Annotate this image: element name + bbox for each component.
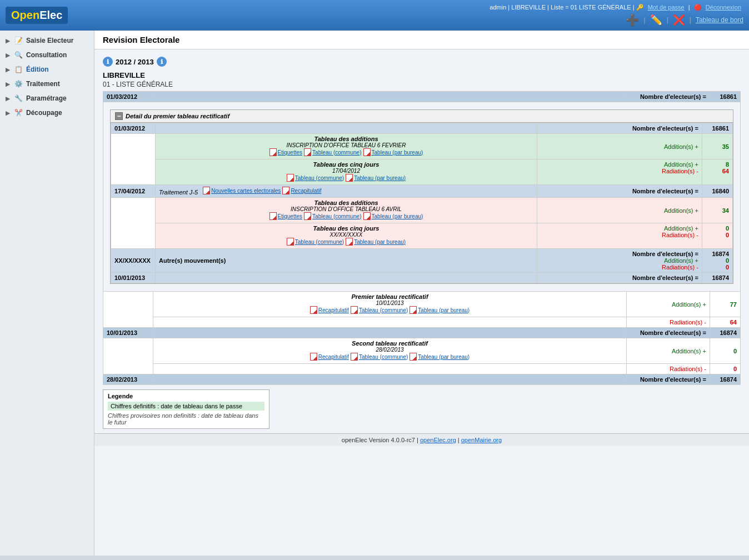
sidebar-item-decoupage[interactable]: ▶ ✂️ Découpage [0, 106, 94, 120]
cinq-jours-2-links: Tableau (commune) Tableau (par bureau) [159, 238, 533, 247]
footer-link-openmairie[interactable]: openMairie.org [461, 437, 502, 443]
tableau-commune-link-cinq1[interactable]: Tableau (commune) [287, 174, 344, 182]
legend-title: Legende [108, 393, 264, 399]
decoupage-icon: ✂️ [14, 109, 23, 117]
nouvelles-cartes-link[interactable]: Nouvelles cartes electorales [203, 187, 281, 194]
sidebar-item-traitement[interactable]: ▶ ⚙️ Traitement [0, 77, 94, 91]
consultation-icon: 🔍 [14, 51, 23, 59]
sidebar-item-consultation[interactable]: ▶ 🔍 Consultation [0, 48, 94, 62]
recapitulatif-link-premier[interactable]: Recapitulatif [310, 306, 349, 314]
tableau-commune-link-second[interactable]: Tableau (commune) [351, 353, 408, 361]
tableau-additions-1-title: Tableau des additions [159, 136, 533, 142]
arrow-icon: ▶ [6, 52, 10, 58]
header-ville: LIBREVILLE [511, 4, 546, 11]
cinq-jours-1-links: Tableau (commune) Tableau (par bureau) [159, 174, 533, 183]
sidebar-label-decoupage: Découpage [26, 109, 62, 117]
second-tableau-radiation-row: Radiation(s) - 0 [103, 364, 741, 374]
doc-icon [287, 174, 294, 182]
inner-nb-value-10012013: 16874 [702, 273, 733, 283]
tableau-bureau-link-cinq2[interactable]: Tableau (par bureau) [346, 238, 406, 246]
doc-icon [310, 353, 317, 361]
etiquettes-link-2[interactable]: Etiquettes [269, 212, 302, 220]
tableau-commune-link-cinq2[interactable]: Tableau (commune) [287, 238, 344, 246]
xxxx-nb-value: 16874 [706, 251, 729, 257]
tableau-additions-2-links: Etiquettes Tableau (commune) [159, 212, 533, 221]
inner-nb-value: 16861 [702, 123, 733, 134]
header-right: admin | LIBREVILLE | Liste = 01 LISTE GÉ… [490, 4, 743, 27]
traitement-date: 17/04/2012 [111, 185, 156, 198]
header-divider1: | [644, 16, 646, 24]
tableau-commune-link-premier[interactable]: Tableau (commune) [351, 306, 408, 314]
detail-box-title-text: Detail du premier tableau rectificatif [126, 113, 229, 119]
cinq-jours-2-rad-label: Radiation(s) - [541, 232, 698, 238]
content-area: ℹ 2012 / 2013 ℹ LIBREVILLE 01 - LISTE GÉ… [94, 49, 749, 433]
tableau-bureau-link-2[interactable]: Tableau (par bureau) [363, 212, 423, 220]
doc-icon [269, 212, 277, 220]
main-content: Revision Electorale ℹ 2012 / 2013 ℹ LIBR… [94, 31, 749, 556]
edition-icon: 📋 [14, 66, 23, 73]
premier-tableau-links: Recapitulatif Tableau (commune) Tableau … [157, 306, 623, 315]
tableau-de-bord[interactable]: Tableau de bord [696, 16, 743, 24]
footer-link-openelec[interactable]: openElec.org [420, 437, 456, 443]
sidebar-item-edition[interactable]: ▶ 📋 Édition [0, 62, 94, 77]
footer-version: openElec Version 4.0.0-rc7 [342, 437, 415, 443]
doc-icon [410, 353, 417, 361]
tableau-bureau-link-1[interactable]: Tableau (par bureau) [363, 148, 423, 156]
sidebar-label-edition: Édition [26, 66, 49, 73]
recapitulatif-link-second[interactable]: Recapitulatif [310, 353, 349, 361]
delete-icon[interactable]: ❌ [673, 14, 685, 26]
additions-2-value: 34 [702, 198, 733, 223]
header-motdepasse[interactable]: Mot de passe [648, 4, 685, 11]
tableau-commune-link-2[interactable]: Tableau (commune) [304, 212, 361, 220]
tableau-bureau-link-second[interactable]: Tableau (par bureau) [410, 353, 470, 361]
tableau-bureau-link-cinq1[interactable]: Tableau (par bureau) [346, 174, 406, 182]
traitement-icon: ⚙️ [14, 80, 23, 88]
header-deconnexion[interactable]: Déconnexion [706, 4, 741, 11]
logo: OpenElec [6, 7, 68, 24]
sidebar-item-parametrage[interactable]: ▶ 🔧 Paramétrage [0, 91, 94, 106]
edit-icon[interactable]: ✏️ [650, 14, 662, 26]
second-rad-label: Radiation(s) - [627, 364, 710, 374]
inner-nb-label-10012013: Nombre d'electeur(s) = [537, 273, 702, 283]
premier-rad-value: 64 [710, 317, 741, 328]
year-display: 2012 / 2013 [116, 58, 154, 66]
premier-tableau-title: Premier tableau rectificatif [157, 293, 623, 300]
cinq-jours-1-rad-value: 64 [706, 168, 729, 174]
header-top: admin | LIBREVILLE | Liste = 01 LISTE GÉ… [490, 4, 743, 11]
doc-icon [304, 212, 311, 220]
legend-italic-text: Chiffres provisoires non definitifs : da… [108, 412, 264, 426]
xxxx-add-value: 0 [706, 257, 729, 264]
xxxx-add-label: Addition(s) + [541, 257, 698, 264]
doc-icon [304, 148, 311, 156]
doc-icon [282, 187, 289, 194]
additions-1-label: Addition(s) + [537, 134, 702, 159]
inner-row-10012013: 10/01/2013 Nombre d'electeur(s) = 16874 [111, 273, 733, 283]
cinq-jours-1-add-label: Addition(s) + [541, 161, 698, 168]
add-icon[interactable]: ➕ [626, 13, 640, 27]
sidebar-label-consultation: Consultation [26, 51, 67, 59]
arrow-icon: ▶ [6, 38, 10, 44]
doc-icon [346, 174, 353, 182]
cinq-jours-2-rad-value: 0 [706, 232, 729, 238]
header-deconnexion-icon: 🔴 [694, 4, 702, 11]
etiquettes-link-1[interactable]: Etiquettes [269, 148, 302, 156]
premier-tableau-row: Premier tableau rectificatif 10/01/2013 … [103, 292, 741, 317]
collapse-button[interactable]: − [115, 112, 123, 120]
recapitulatif-link-j5[interactable]: Recapitulatif [282, 187, 321, 194]
tableau-additions-2-row: Tableau des additions INSCRIPTION D'OFFI… [111, 198, 733, 223]
doc-icon [310, 306, 317, 314]
tableau-additions-1-title-row: Tableau des additions INSCRIPTION D'OFFI… [111, 134, 733, 159]
detail-box-title: − Detail du premier tableau rectificatif [111, 110, 733, 123]
sidebar-item-saisie-electeur[interactable]: ▶ 📝 Saisie Electeur [0, 33, 94, 48]
tableau-bureau-link-premier[interactable]: Tableau (par bureau) [410, 306, 470, 314]
tableau-commune-link-1[interactable]: Tableau (commune) [304, 148, 361, 156]
doc-icon [269, 148, 277, 156]
inner-header-row: 01/03/2012 Nombre d'electeur(s) = 16861 [111, 123, 733, 134]
cinq-jours-2-add-label: Addition(s) + [541, 225, 698, 232]
tableau-additions-1-subtitle: INSCRIPTION D'OFFICE TABLEAU 6 FEVRIER [159, 142, 533, 148]
next-year-button[interactable]: ℹ [157, 57, 167, 67]
header-user[interactable]: admin [490, 4, 506, 11]
header-divider3: | [690, 16, 691, 24]
prev-year-button[interactable]: ℹ [103, 57, 113, 67]
cinq-jours-1-title: Tableau des cinq jours [159, 161, 533, 168]
